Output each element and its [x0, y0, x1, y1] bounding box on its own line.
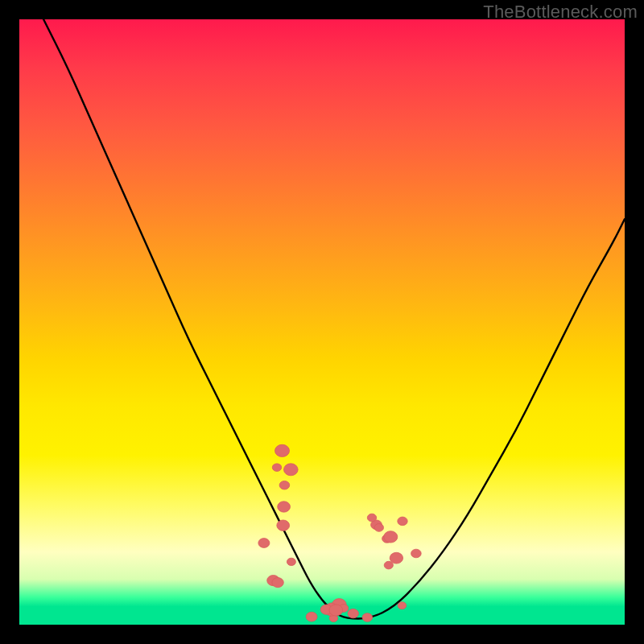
svg-point-18 [411, 549, 422, 558]
svg-point-19 [390, 552, 402, 564]
svg-point-17 [384, 561, 393, 569]
svg-point-11 [374, 524, 383, 532]
svg-point-27 [306, 612, 317, 621]
svg-point-14 [398, 517, 407, 526]
chart-plot-area [19, 19, 625, 625]
svg-point-3 [279, 481, 290, 489]
chart-frame: TheBottleneck.com [0, 0, 644, 644]
svg-point-7 [258, 539, 270, 548]
svg-point-29 [329, 605, 343, 616]
svg-point-28 [348, 609, 358, 617]
svg-point-16 [384, 531, 398, 543]
svg-point-6 [272, 464, 281, 472]
svg-point-0 [284, 464, 299, 476]
svg-point-8 [272, 578, 283, 588]
svg-point-9 [277, 520, 290, 530]
data-point-dots [258, 444, 421, 621]
svg-point-1 [278, 502, 291, 512]
svg-point-4 [275, 444, 290, 456]
svg-point-15 [398, 602, 407, 609]
curve-svg [19, 19, 625, 625]
bottleneck-curve [43, 19, 625, 618]
svg-point-5 [287, 558, 295, 565]
svg-point-25 [362, 613, 373, 622]
svg-point-13 [367, 514, 376, 522]
